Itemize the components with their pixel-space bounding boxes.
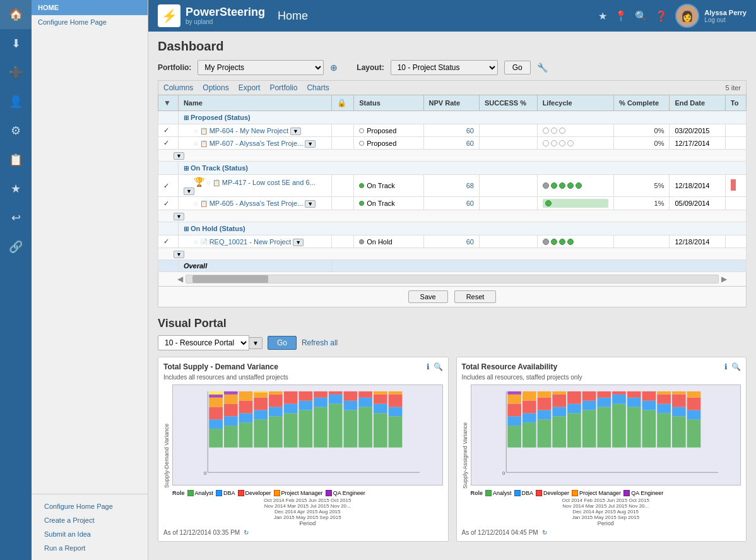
- topbar: ⚡ PowerSteering by upland Home ★ 📍 🔍 ❓ 👩…: [148, 0, 756, 32]
- app-sub: by upland: [186, 18, 265, 25]
- row-dropdown[interactable]: ▼: [184, 188, 194, 195]
- sidebar-icon-reports[interactable]: 📋: [0, 145, 32, 174]
- th-status[interactable]: Status: [354, 95, 423, 111]
- row-lifecycle: [537, 175, 613, 197]
- svg-rect-6: [209, 398, 223, 407]
- bottom-submit-link[interactable]: Submit an Idea: [38, 527, 141, 541]
- user-avatar[interactable]: 👩: [675, 4, 699, 28]
- help-icon[interactable]: ❓: [655, 10, 668, 22]
- chart-info-icon-1[interactable]: ℹ: [427, 362, 430, 371]
- sidebar-icon-download[interactable]: ⬇: [0, 29, 32, 58]
- sidebar-icon-settings[interactable]: ⚙: [0, 116, 32, 145]
- layout-select[interactable]: 10 - Project Status Resource Portal: [391, 60, 498, 75]
- svg-text:0: 0: [502, 470, 505, 476]
- portfolio-select[interactable]: My Projects All Projects: [198, 60, 324, 75]
- th-pct-complete[interactable]: % Complete: [614, 95, 670, 111]
- svg-rect-79: [597, 407, 611, 448]
- chart-info-icon-2[interactable]: ℹ: [724, 362, 728, 371]
- logout-link[interactable]: Log out: [704, 16, 747, 23]
- sidebar-icon-users[interactable]: 👤: [0, 87, 32, 116]
- location-icon[interactable]: 📍: [615, 10, 627, 22]
- bottom-configure-link[interactable]: Configure Home Page: [38, 499, 141, 513]
- dropdown-extra[interactable]: ▼: [174, 152, 184, 160]
- row-dropdown[interactable]: ▼: [305, 200, 316, 208]
- row-extra: [725, 137, 746, 150]
- reset-button[interactable]: Reset: [454, 290, 497, 303]
- layout-settings-icon[interactable]: 🔧: [537, 63, 548, 73]
- x-axis-labels-1: Oct 2014 Feb 2015 Jun 2015 Oct 2015 Nov …: [172, 497, 443, 520]
- legend-item-dba-2: DBA: [514, 490, 534, 496]
- row-status: On Track: [354, 175, 423, 197]
- configure-home-link[interactable]: Configure Home Page: [32, 15, 148, 29]
- svg-rect-86: [627, 398, 641, 407]
- table-toolbar: Columns Options Export Portfolio Charts …: [158, 80, 747, 95]
- status-dot: [359, 183, 364, 188]
- project-link[interactable]: REQ_10021 - New Project: [210, 238, 292, 246]
- toolbar-portfolio[interactable]: Portfolio: [269, 83, 297, 92]
- portal-dropdown-btn[interactable]: ▼: [249, 337, 263, 349]
- dropdown-extra2[interactable]: ▼: [174, 213, 184, 220]
- portfolio-go-btn[interactable]: Go: [504, 61, 531, 74]
- toolbar-export[interactable]: Export: [239, 83, 261, 92]
- sidebar-icon-favorites[interactable]: ★: [0, 174, 32, 203]
- chart-refresh-icon-2[interactable]: ↻: [542, 529, 547, 536]
- scroll-left-icon[interactable]: ◀: [177, 275, 183, 283]
- chart-zoom-icon-1[interactable]: 🔍: [434, 362, 443, 371]
- star-icon[interactable]: ★: [598, 10, 607, 22]
- row-dropdown[interactable]: ▼: [293, 239, 304, 246]
- bottom-report-link[interactable]: Run a Report: [38, 541, 141, 555]
- project-link[interactable]: MP-605 - Alyssa's Test Proje...: [210, 200, 304, 207]
- expand-proposed-icon[interactable]: ⊞: [184, 114, 189, 121]
- row-name: ○ 📄 REQ_10021 - New Project ▼: [178, 235, 331, 248]
- toolbar-options[interactable]: Options: [203, 83, 228, 92]
- project-link[interactable]: MP-604 - My New Project: [210, 127, 288, 134]
- table-row-spacer2: ▼: [158, 210, 747, 222]
- svg-rect-70: [552, 407, 566, 417]
- th-name[interactable]: Name: [178, 95, 331, 111]
- th-end-date[interactable]: End Date: [670, 95, 725, 111]
- th-npv[interactable]: NPV Rate: [423, 95, 479, 111]
- sidebar-icon-links[interactable]: 🔗: [0, 232, 32, 261]
- dropdown-extra3[interactable]: ▼: [174, 251, 184, 258]
- sidebar-icon-history[interactable]: ↩: [0, 203, 32, 232]
- sidebar-icon-add[interactable]: ➕: [0, 58, 32, 87]
- row-lifecycle: [537, 197, 613, 210]
- svg-rect-42: [358, 407, 372, 448]
- project-link[interactable]: MP-417 - Low cost 5E and 6...: [222, 179, 316, 186]
- chart-refresh-icon-1[interactable]: ↻: [244, 529, 249, 536]
- portal-layout-select[interactable]: 10 - Resource Portal: [158, 335, 249, 350]
- portal-go-btn[interactable]: Go: [268, 336, 297, 350]
- th-lifecycle[interactable]: Lifecycle: [537, 95, 613, 111]
- th-success[interactable]: SUCCESS %: [479, 95, 537, 111]
- svg-rect-16: [239, 401, 253, 414]
- row-dropdown[interactable]: ▼: [290, 128, 301, 135]
- toolbar-charts[interactable]: Charts: [307, 83, 329, 92]
- scroll-right-icon[interactable]: ▶: [721, 275, 727, 283]
- horizontal-scroll-area[interactable]: ◀ ▶: [158, 272, 747, 287]
- th-filter[interactable]: ▼: [158, 95, 179, 111]
- search-icon[interactable]: 🔍: [635, 10, 647, 22]
- row-dropdown[interactable]: ▼: [305, 140, 316, 148]
- svg-rect-61: [522, 422, 536, 448]
- svg-rect-38: [329, 391, 343, 395]
- chart-zoom-icon-2[interactable]: 🔍: [731, 362, 741, 371]
- scrollbar[interactable]: [186, 275, 719, 283]
- row-lock: [331, 175, 353, 197]
- portfolio-add-btn[interactable]: ⊕: [330, 63, 338, 73]
- svg-rect-88: [642, 410, 656, 448]
- user-menu: 👩 Alyssa Perry Log out: [675, 4, 747, 28]
- row-name: 🏆 ○ 📋 MP-417 - Low cost 5E and 6... ▼: [178, 175, 331, 197]
- sidebar-icon-home[interactable]: 🏠: [0, 0, 32, 29]
- svg-rect-45: [374, 413, 387, 447]
- refresh-all-link[interactable]: Refresh all: [302, 338, 338, 347]
- visual-portal-bar: 10 - Resource Portal ▼ Go Refresh all: [158, 335, 747, 350]
- expand-onhold-icon[interactable]: ⊞: [184, 225, 189, 232]
- expand-ontrack-icon[interactable]: ⊞: [184, 165, 189, 172]
- svg-rect-72: [552, 391, 566, 395]
- chart-svg-2: 0: [471, 384, 741, 486]
- project-link[interactable]: MP-607 - Alyssa's Test Proje...: [210, 140, 304, 147]
- svg-rect-57: [507, 416, 521, 426]
- toolbar-columns[interactable]: Columns: [163, 83, 193, 92]
- bottom-create-link[interactable]: Create a Project: [38, 513, 141, 527]
- save-button[interactable]: Save: [408, 290, 448, 303]
